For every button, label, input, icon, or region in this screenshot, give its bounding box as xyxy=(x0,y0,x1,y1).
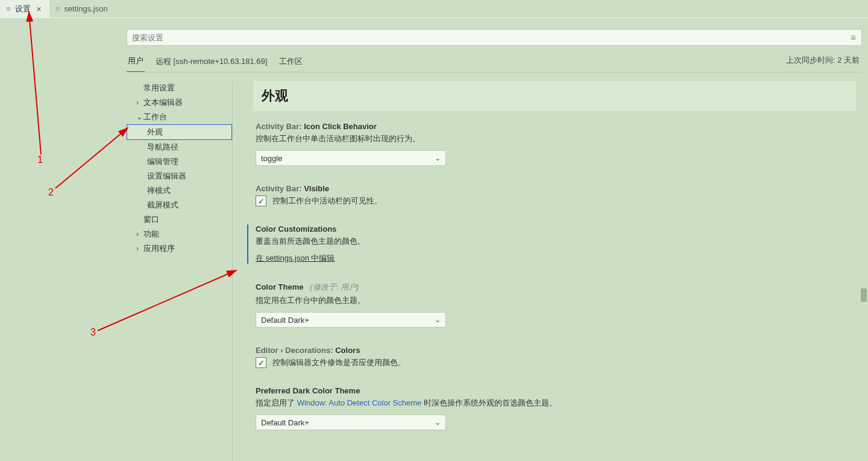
settings-file-icon: ≡ xyxy=(6,4,11,13)
nav-appearance[interactable]: 外观 xyxy=(127,124,232,140)
search-input[interactable] xyxy=(127,29,862,46)
decorations-checkbox[interactable]: ✓ xyxy=(256,357,266,368)
scope-remote[interactable]: 远程 [ssh-remote+10.63.181.69] xyxy=(154,54,268,72)
nav-workbench[interactable]: 工作台 xyxy=(127,110,232,124)
setting-icon-click-behavior: Activity Bar: Icon Click Behavior 控制在工作台… xyxy=(253,122,856,166)
setting-activity-bar-visible: Activity Bar: Visible ✓ 控制工作台中活动栏的可见性。 xyxy=(253,184,856,206)
annotation-label-2: 2 xyxy=(48,187,54,198)
setting-key: Color Theme xyxy=(256,282,303,291)
nav-breadcrumbs[interactable]: 导航路径 xyxy=(127,140,232,154)
annotation-label-3: 3 xyxy=(90,327,96,338)
nav-screencast[interactable]: 截屏模式 xyxy=(127,198,232,212)
tab-settings-json[interactable]: ≡ settings.json xyxy=(49,0,114,17)
chevron-down-icon: ⌄ xyxy=(435,316,441,324)
settings-pane[interactable]: 外观 Activity Bar: Icon Click Behavior 控制在… xyxy=(233,81,868,461)
filter-icon[interactable]: ≡ xyxy=(851,32,856,42)
edit-in-json-link[interactable]: 在 settings.json 中编辑 xyxy=(256,253,335,262)
setting-desc: 覆盖当前所选颜色主题的颜色。 xyxy=(256,236,856,247)
setting-key: Visible xyxy=(304,184,329,193)
tab-bar: ≡ 设置 × ≡ settings.json xyxy=(0,0,868,18)
color-theme-select[interactable]: Default Dark+ ⌄ xyxy=(256,312,446,328)
nav-common[interactable]: 常用设置 xyxy=(127,81,232,95)
scope-user[interactable]: 用户 xyxy=(127,53,145,72)
visible-checkbox[interactable]: ✓ xyxy=(256,196,266,206)
select-value: toggle xyxy=(261,154,282,163)
setting-color-theme: Color Theme (修改于: 用户) 指定用在工作台中的颜色主题。 Def… xyxy=(253,282,856,328)
tab-settings[interactable]: ≡ 设置 × xyxy=(0,0,49,17)
setting-key: Colors xyxy=(335,346,360,355)
setting-prefix: Editor › Decorations: xyxy=(256,346,335,355)
select-value: Default Dark+ xyxy=(261,316,309,325)
select-value: Default Dark+ xyxy=(261,418,309,427)
nav-settings-editor[interactable]: 设置编辑器 xyxy=(127,169,232,183)
setting-key: Icon Click Behavior xyxy=(304,122,377,131)
tab-label: settings.json xyxy=(64,4,107,13)
nav-editor-mgmt[interactable]: 编辑管理 xyxy=(127,154,232,169)
sync-status[interactable]: 上次同步时间: 2 天前 xyxy=(786,55,862,71)
annotation-label-1: 1 xyxy=(37,154,43,165)
preferred-dark-theme-select[interactable]: Default Dark+ ⌄ xyxy=(256,415,446,430)
setting-desc: 指定用在工作台中的颜色主题。 xyxy=(256,295,856,306)
setting-desc: 控制工作台中活动栏的可见性。 xyxy=(272,196,382,206)
nav-features[interactable]: 功能 xyxy=(127,227,232,241)
setting-desc: 控制编辑器文件修饰是否应使用颜色。 xyxy=(272,357,406,368)
scope-tabs: 用户 远程 [ssh-remote+10.63.181.69] 工作区 上次同步… xyxy=(127,53,862,72)
close-icon[interactable]: × xyxy=(35,4,43,14)
setting-desc: 控制在工作台中单击活动栏图标时出现的行为。 xyxy=(256,133,856,144)
nav-text-editor[interactable]: 文本编辑器 xyxy=(127,95,232,110)
setting-prefix: Activity Bar: xyxy=(256,122,304,131)
tab-label: 设置 xyxy=(15,4,31,14)
nav-zen[interactable]: 禅模式 xyxy=(127,183,232,198)
setting-color-customizations: Color Customizations 覆盖当前所选颜色主题的颜色。 在 se… xyxy=(247,224,856,264)
setting-editor-decorations-colors: Editor › Decorations: Colors ✓ 控制编辑器文件修饰… xyxy=(253,346,856,368)
scope-workspace[interactable]: 工作区 xyxy=(278,54,304,72)
setting-key: Preferred Dark Color Theme xyxy=(256,386,360,395)
nav-window[interactable]: 窗口 xyxy=(127,212,232,227)
scrollbar-thumb[interactable] xyxy=(861,288,867,302)
chevron-down-icon: ⌄ xyxy=(435,418,441,427)
chevron-down-icon: ⌄ xyxy=(435,154,441,162)
json-file-icon: ≡ xyxy=(55,4,60,13)
window-auto-detect-link[interactable]: Window: Auto Detect Color Scheme xyxy=(297,398,422,407)
setting-modifier: (修改于: 用户) xyxy=(310,282,359,291)
setting-preferred-dark-theme: Preferred Dark Color Theme 指定启用了 Window:… xyxy=(253,386,856,430)
section-title: 外观 xyxy=(253,81,856,111)
setting-desc: 指定启用了 Window: Auto Detect Color Scheme 时… xyxy=(256,398,856,409)
settings-nav: 常用设置 文本编辑器 工作台 外观 导航路径 编辑管理 设置编辑器 禅模式 截屏… xyxy=(127,81,233,461)
nav-applications[interactable]: 应用程序 xyxy=(127,241,232,256)
icon-click-select[interactable]: toggle ⌄ xyxy=(256,150,446,166)
setting-prefix: Activity Bar: xyxy=(256,184,304,193)
setting-key: Color Customizations xyxy=(256,224,336,234)
